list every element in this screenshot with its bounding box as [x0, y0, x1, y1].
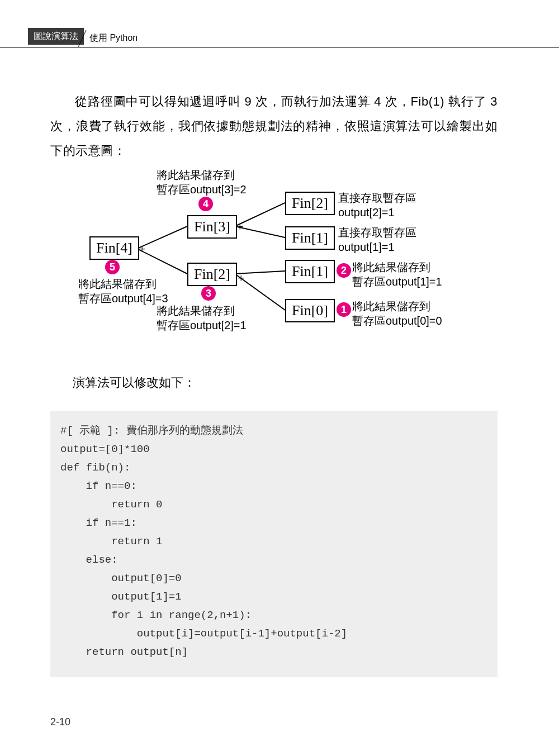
code-line: #[ 示範 ]: 費伯那序列的動態規劃法 [60, 422, 487, 440]
node-fin2a: Fin[2] [187, 263, 237, 286]
code-line: output[0]=0 [60, 569, 487, 588]
header-subtitle: 使用 Python [85, 30, 142, 46]
code-line: return output[n] [60, 643, 487, 662]
plus-3: + [238, 271, 244, 286]
node-fin3: Fin[3] [187, 215, 237, 239]
ann-fin2b: 直接存取暫存區output[2]=1 [338, 191, 416, 220]
code-line: for i in range(2,n+1): [60, 606, 487, 625]
node-fin1a: Fin[1] [285, 226, 335, 250]
code-line: return 0 [60, 496, 487, 514]
node-fin0: Fin[0] [285, 299, 335, 322]
node-fin2b: Fin[2] [285, 192, 335, 215]
code-line: if n==1: [60, 514, 487, 532]
header-tab: 圖說演算法 [28, 28, 84, 45]
code-line: output[1]=1 [60, 588, 487, 606]
badge-5: 5 [105, 260, 120, 274]
fib-tree-diagram: Fin[4] Fin[3] Fin[2] Fin[2] Fin[1] Fin[1… [50, 170, 498, 360]
intro-paragraph: 從路徑圖中可以得知遞迴呼叫 9 次，而執行加法運算 4 次，Fib(1) 執行了… [50, 89, 498, 163]
ann-fin1a: 直接存取暫存區output[1]=1 [338, 225, 416, 254]
ann-4: 將此結果儲存到暫存區output[3]=2 [157, 168, 247, 197]
badge-1: 1 [337, 302, 351, 317]
ann-3: 將此結果儲存到暫存區output[2]=1 [157, 303, 247, 332]
badge-4: 4 [198, 197, 213, 211]
ann-fin0: 將此結果儲存到暫存區output[0]=0 [352, 299, 442, 328]
code-line: return 1 [60, 532, 487, 551]
code-intro-text: 演算法可以修改如下： [73, 374, 196, 391]
code-line: if n==0: [60, 477, 487, 496]
code-line: output[i]=output[i-1]+output[i-2] [60, 625, 487, 643]
ann-5: 將此結果儲存到暫存區output[4]=3 [78, 277, 168, 306]
node-fin1b: Fin[1] [285, 260, 335, 283]
page-number: 2-10 [50, 716, 70, 728]
code-block: #[ 示範 ]: 費伯那序列的動態規劃法 output=[0]*100 def … [50, 411, 498, 677]
intro-text: 從路徑圖中可以得知遞迴呼叫 9 次，而執行加法運算 4 次，Fib(1) 執行了… [50, 94, 498, 158]
code-line: def fib(n): [60, 459, 487, 477]
plus-1: + [139, 242, 145, 256]
node-fin4: Fin[4] [89, 236, 139, 260]
plus-2: + [236, 220, 243, 234]
badge-2: 2 [337, 263, 351, 278]
code-line: else: [60, 551, 487, 569]
code-line: output=[0]*100 [60, 440, 487, 459]
ann-fin1b: 將此結果儲存到暫存區output[1]=1 [352, 260, 442, 289]
badge-3: 3 [201, 286, 216, 301]
